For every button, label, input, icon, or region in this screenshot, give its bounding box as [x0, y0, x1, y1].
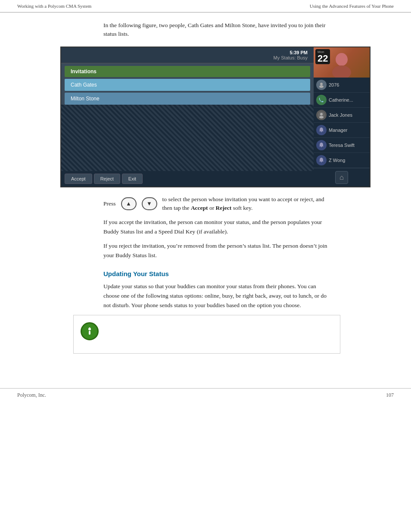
main-content: In the following figure, two people, Cat…: [0, 12, 411, 371]
phone-time: 5:39 PM: [290, 50, 308, 55]
footer-left: Polycom, Inc.: [17, 392, 46, 398]
sidebar-item-2076[interactable]: 2076: [314, 78, 370, 93]
bell-icon-2: [316, 140, 327, 150]
page-footer: Polycom, Inc. 107: [0, 388, 411, 402]
svg-rect-8: [89, 331, 90, 335]
sidebar-label-z-wong: Z Wong: [329, 158, 345, 163]
date-number: 22: [318, 54, 328, 63]
person-icon: [316, 80, 327, 90]
phone-bottom-buttons: Accept Reject Exit: [61, 171, 314, 187]
reject-button[interactable]: Reject: [94, 174, 120, 184]
home-button-area: ⌂: [314, 168, 370, 187]
svg-point-9: [89, 327, 90, 329]
section-heading-updating: Updating Your Status: [103, 270, 327, 277]
bell-icon-3: [316, 155, 327, 165]
sidebar-label-jack-jones: Jack Jones: [329, 112, 352, 118]
svg-point-3: [319, 85, 324, 88]
sidebar-item-jack-jones[interactable]: Jack Jones: [314, 108, 370, 123]
sidebar-item-z-wong[interactable]: Z Wong: [314, 153, 370, 168]
phone-left-panel: 5:39 PM My Status: Busy Invitations Cath…: [61, 47, 314, 187]
down-arrow-button[interactable]: ▼: [142, 197, 157, 210]
paragraph-accept: If you accept the invitation, the person…: [103, 218, 327, 236]
bell-icon-1: [316, 125, 327, 135]
sidebar-item-teresa-swift[interactable]: Teresa Swift: [314, 138, 370, 153]
svg-point-0: [336, 53, 348, 66]
phone-status-bar: 5:39 PM My Status: Busy: [61, 47, 314, 63]
up-arrow-button[interactable]: ▲: [121, 197, 137, 210]
avatar-area: Mon 22: [314, 47, 370, 78]
exit-button[interactable]: Exit: [122, 174, 143, 184]
footer-right: 107: [386, 392, 394, 398]
paragraph-reject: If you reject the invitation, you’re rem…: [103, 241, 327, 260]
phone-empty-area: [61, 105, 314, 171]
contact-cath-gates[interactable]: Cath Gates: [65, 79, 310, 91]
sidebar-item-manager[interactable]: Manager: [314, 123, 370, 138]
accept-button[interactable]: Accept: [65, 174, 92, 184]
phone-status: My Status: Busy: [274, 55, 308, 60]
svg-point-6: [319, 116, 324, 118]
svg-point-2: [320, 83, 323, 85]
header-left: Working with a Polycom CMA System: [17, 3, 91, 9]
phone-screenshot: 5:39 PM My Status: Busy Invitations Cath…: [60, 47, 371, 187]
sidebar-item-catherine[interactable]: Catherine...: [314, 93, 370, 108]
press-label: Press: [103, 199, 116, 208]
svg-point-1: [332, 65, 351, 78]
sidebar-label-2076: 2076: [329, 82, 339, 87]
invitations-header[interactable]: Invitations: [65, 66, 310, 77]
sidebar-label-manager: Manager: [329, 128, 347, 133]
note-box: [73, 315, 340, 354]
nav-arrows-section: Press ▲ ▼ to select the person whose inv…: [103, 195, 327, 213]
home-icon[interactable]: ⌂: [335, 171, 348, 184]
page-header: Working with a Polycom CMA System Using …: [0, 0, 411, 12]
header-right: Using the Advanced Features of Your Phon…: [310, 3, 394, 9]
face-icon: [316, 110, 327, 120]
sidebar-label-teresa-swift: Teresa Swift: [329, 143, 355, 148]
sidebar-label-catherine: Catherine...: [329, 97, 353, 103]
phone-right-sidebar: Mon 22 2076: [314, 47, 370, 187]
paragraph-update-status: Update your status so that your buddies …: [103, 282, 327, 310]
arrow-text: to select the person whose invitation yo…: [162, 195, 327, 213]
svg-point-5: [320, 113, 323, 115]
phone-icon: [316, 95, 327, 105]
date-badge: Mon 22: [315, 49, 330, 64]
intro-paragraph: In the following figure, two people, Cat…: [103, 21, 327, 39]
note-icon: [81, 322, 99, 340]
contact-milton-stone[interactable]: Milton Stone: [65, 93, 310, 105]
